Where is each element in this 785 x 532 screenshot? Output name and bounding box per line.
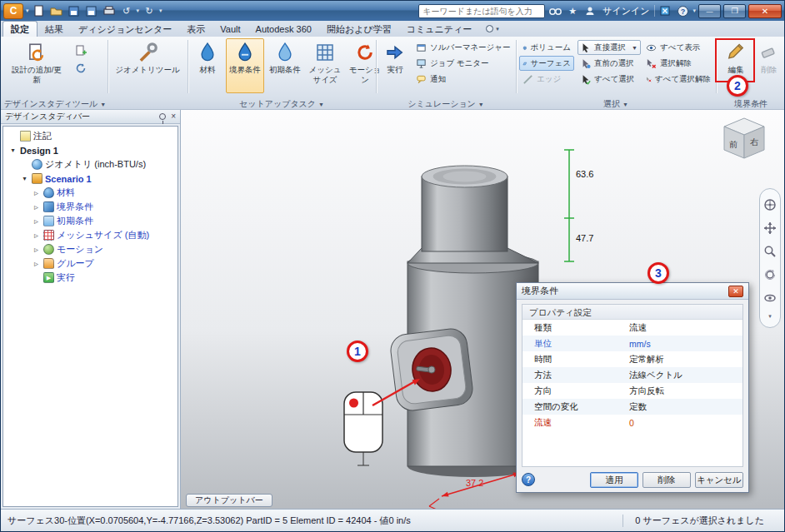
minimize-button[interactable] [698,4,721,18]
sign-in-button[interactable]: サインイン [600,5,652,17]
look-around-icon[interactable] [762,290,778,306]
dialog-help-icon[interactable]: ? [522,473,535,486]
tab-autodesk-360[interactable]: Autodesk 360 [248,21,319,37]
steering-wheel-icon[interactable] [762,196,778,213]
solve-button[interactable]: 実行 [379,38,411,93]
property-row-units[interactable]: 単位mm/s [522,336,742,351]
collapse-arrow-icon[interactable] [32,259,41,268]
exchange-apps-icon[interactable] [658,4,672,17]
collapse-arrow-icon[interactable] [32,216,41,226]
binoculars-search-icon[interactable] [548,4,562,17]
view-cube[interactable]: 前 右 [716,112,772,167]
tree-item-initial-conditions[interactable]: 初期条件 [3,214,178,228]
viewcube-front-label[interactable]: 前 [729,140,738,149]
job-monitor-button[interactable]: ジョブ モニター [412,56,514,71]
tree-item-groups[interactable]: グループ [3,256,178,271]
front-boss[interactable] [389,327,475,413]
select-volume-button[interactable]: ボリューム [519,40,574,55]
property-row-method[interactable]: 方法法線ベクトル [522,367,742,383]
add-design-small-button[interactable] [72,42,88,58]
app-logo-icon[interactable]: C [3,3,23,19]
tree-item-scenario[interactable]: Scenario 1 [3,172,178,186]
group-selection[interactable]: 選択▼ [516,98,716,110]
show-all-button[interactable]: すべて表示 [642,40,714,55]
property-row-spatial[interactable]: 空間の変化定数 [522,399,742,415]
tab-community[interactable]: コミュニティー [399,21,480,37]
star-favorites-icon[interactable]: ★ [565,4,580,17]
group-setup-tasks[interactable]: セットアップタスク▼ [188,98,376,110]
maximize-button[interactable] [723,4,746,18]
collapse-arrow-icon[interactable] [32,202,41,211]
new-file-icon[interactable] [32,4,47,18]
tree-item-solve[interactable]: 実行 [3,271,178,285]
output-bar-button[interactable]: アウトプットバー [186,494,272,507]
search-input[interactable] [418,4,545,18]
solver-manager-button[interactable]: ソルバーマネージャー [412,40,514,55]
direct-select-caret-icon[interactable]: ▼ [632,45,638,51]
property-row-velocity[interactable]: 流速0 [522,415,742,430]
save-as-icon[interactable] [84,4,99,18]
dialog-delete-button[interactable]: 削除 [642,472,691,488]
property-row-type[interactable]: 種類流速 [522,320,742,336]
tree-item-mesh-size[interactable]: メッシュサイズ (自動) [3,228,178,242]
redo-icon[interactable]: ↻ [142,4,157,17]
initial-conditions-button[interactable]: 初期条件 [266,38,304,93]
tab-view[interactable]: 表示 [179,21,212,37]
dialog-title-bar[interactable]: 境界条件 ✕ [517,283,748,300]
navbar-caret-icon[interactable]: ▾ [768,313,772,320]
tree-item-boundary-conditions[interactable]: 境界条件 [3,200,178,214]
direct-select-combo[interactable]: 直接選択▼ [578,40,641,55]
open-file-icon[interactable] [49,4,64,18]
group-simulation[interactable]: シミュレーション▼ [376,98,516,110]
geometry-tools-button[interactable]: ジオメトリツール [111,38,184,93]
orbit-icon[interactable] [762,266,778,283]
delete-boundary-button[interactable]: 削除 [754,38,784,93]
zoom-icon[interactable] [762,243,778,260]
help-icon[interactable]: ? [675,4,690,17]
tree-item-materials[interactable]: 材料 [3,186,178,200]
print-icon[interactable] [102,4,117,18]
panel-close-icon[interactable]: × [171,112,176,121]
expand-arrow-icon[interactable] [20,175,29,182]
ribbon-options[interactable]: ▾ [486,21,499,37]
undo-caret-icon[interactable]: ▾ [137,7,140,14]
tab-decision-center[interactable]: ディシジョンセンター [71,21,179,37]
select-all-button[interactable]: すべて選択 [578,72,641,87]
tab-results[interactable]: 結果 [38,21,71,37]
save-icon[interactable] [67,4,82,18]
tree-item-notes[interactable]: 注記 [3,129,178,143]
tree-item-geometry[interactable]: ジオメトリ (inch-BTU/s) [3,157,178,172]
property-row-time[interactable]: 時間定常解析 [522,351,742,367]
tree-item-design[interactable]: Design 1 [3,143,178,157]
pin-icon[interactable] [159,113,166,120]
collapse-arrow-icon[interactable] [32,245,41,254]
previous-selection-button[interactable]: 直前の選択 [578,56,641,71]
property-row-direction[interactable]: 方向方向反転 [522,383,742,399]
app-menu-caret-icon[interactable]: ▾ [26,7,29,14]
dialog-close-icon[interactable]: ✕ [728,286,743,297]
select-edge-button[interactable]: エッジ [519,72,574,87]
tab-settings[interactable]: 設定 [2,21,38,37]
collapse-arrow-icon[interactable] [32,231,41,240]
help-caret-icon[interactable]: ▾ [692,7,696,14]
select-surface-button[interactable]: サーフェス [519,56,574,71]
deselect-all-button[interactable]: すべて選択解除 [642,72,714,87]
mesh-size-button[interactable]: メッシュサイズ [306,38,344,93]
ribbon-collapse-caret-icon[interactable]: ▾ [496,26,499,32]
materials-button[interactable]: 材料 [191,38,224,93]
apply-button[interactable]: 適用 [590,472,638,488]
cancel-button[interactable]: キャンセル [695,472,743,488]
collapse-arrow-icon[interactable] [32,188,41,197]
redo-caret-icon[interactable]: ▾ [159,7,162,14]
notification-button[interactable]: 通知 [412,72,514,87]
add-update-design-button[interactable]: 設計の追加/更新 [3,38,70,93]
expand-arrow-icon[interactable] [8,147,18,154]
close-button[interactable] [748,4,782,18]
update-design-small-button[interactable] [72,60,88,76]
viewcube-right-label[interactable]: 右 [750,137,758,147]
group-design-study-tools[interactable]: デザインスタディツール▼ [1,98,109,110]
deselect-button[interactable]: 選択解除 [642,56,714,71]
undo-icon[interactable]: ↺ [119,4,134,17]
boundary-conditions-button[interactable]: 境界条件 [226,38,264,93]
user-icon[interactable] [582,4,598,17]
